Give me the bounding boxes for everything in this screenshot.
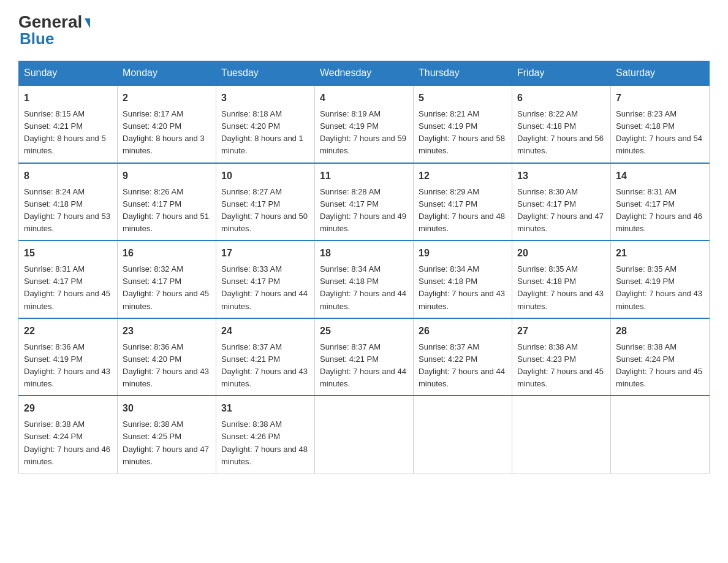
calendar-cell: 12Sunrise: 8:29 AMSunset: 4:17 PMDayligh…	[414, 163, 512, 241]
day-number: 1	[24, 91, 112, 105]
day-number: 7	[616, 91, 704, 105]
calendar-cell	[611, 396, 710, 473]
day-number: 14	[616, 169, 704, 183]
logo-blue: Blue	[20, 29, 54, 48]
calendar-cell: 27Sunrise: 8:38 AMSunset: 4:23 PMDayligh…	[512, 318, 611, 396]
calendar-cell: 23Sunrise: 8:36 AMSunset: 4:20 PMDayligh…	[118, 318, 216, 396]
day-info: Sunrise: 8:38 AMSunset: 4:25 PMDaylight:…	[123, 418, 211, 468]
calendar-cell: 7Sunrise: 8:23 AMSunset: 4:18 PMDaylight…	[611, 85, 710, 163]
day-number: 2	[123, 91, 211, 105]
day-info: Sunrise: 8:27 AMSunset: 4:17 PMDaylight:…	[221, 186, 309, 236]
day-info: Sunrise: 8:26 AMSunset: 4:17 PMDaylight:…	[123, 186, 211, 236]
day-info: Sunrise: 8:22 AMSunset: 4:18 PMDaylight:…	[517, 108, 605, 158]
day-number: 4	[320, 91, 408, 105]
day-number: 24	[221, 324, 309, 339]
calendar-cell: 6Sunrise: 8:22 AMSunset: 4:18 PMDaylight…	[512, 85, 611, 163]
day-number: 12	[419, 169, 507, 183]
day-number: 23	[123, 324, 211, 339]
day-number: 27	[517, 324, 605, 339]
header-sunday: Sunday	[19, 61, 118, 86]
day-number: 22	[24, 324, 112, 339]
day-info: Sunrise: 8:28 AMSunset: 4:17 PMDaylight:…	[320, 186, 408, 236]
header-monday: Monday	[118, 61, 216, 86]
day-info: Sunrise: 8:34 AMSunset: 4:18 PMDaylight:…	[419, 263, 507, 313]
calendar-cell: 29Sunrise: 8:38 AMSunset: 4:24 PMDayligh…	[19, 396, 118, 473]
day-info: Sunrise: 8:23 AMSunset: 4:18 PMDaylight:…	[616, 108, 704, 158]
calendar-week-row: 29Sunrise: 8:38 AMSunset: 4:24 PMDayligh…	[19, 396, 710, 473]
day-number: 5	[419, 91, 507, 105]
day-info: Sunrise: 8:30 AMSunset: 4:17 PMDaylight:…	[517, 186, 605, 236]
day-info: Sunrise: 8:38 AMSunset: 4:24 PMDaylight:…	[616, 341, 704, 391]
day-info: Sunrise: 8:36 AMSunset: 4:20 PMDaylight:…	[123, 341, 211, 391]
day-number: 25	[320, 324, 408, 339]
day-info: Sunrise: 8:38 AMSunset: 4:24 PMDaylight:…	[24, 418, 112, 468]
day-info: Sunrise: 8:38 AMSunset: 4:23 PMDaylight:…	[517, 341, 605, 391]
calendar-cell: 14Sunrise: 8:31 AMSunset: 4:17 PMDayligh…	[611, 163, 710, 241]
logo: General Blue	[18, 12, 90, 48]
day-number: 17	[221, 246, 309, 261]
day-number: 13	[517, 169, 605, 183]
day-number: 16	[123, 246, 211, 261]
calendar-cell: 8Sunrise: 8:24 AMSunset: 4:18 PMDaylight…	[19, 163, 118, 241]
calendar-cell	[315, 396, 414, 473]
day-info: Sunrise: 8:35 AMSunset: 4:19 PMDaylight:…	[616, 263, 704, 313]
calendar-cell: 21Sunrise: 8:35 AMSunset: 4:19 PMDayligh…	[611, 240, 710, 318]
day-info: Sunrise: 8:32 AMSunset: 4:17 PMDaylight:…	[123, 263, 211, 313]
calendar-cell: 1Sunrise: 8:15 AMSunset: 4:21 PMDaylight…	[19, 85, 118, 163]
day-info: Sunrise: 8:21 AMSunset: 4:19 PMDaylight:…	[419, 108, 507, 158]
day-info: Sunrise: 8:33 AMSunset: 4:17 PMDaylight:…	[221, 263, 309, 313]
logo-arrow-icon	[85, 18, 90, 28]
calendar-week-row: 15Sunrise: 8:31 AMSunset: 4:17 PMDayligh…	[19, 240, 710, 318]
calendar-cell: 28Sunrise: 8:38 AMSunset: 4:24 PMDayligh…	[611, 318, 710, 396]
day-info: Sunrise: 8:36 AMSunset: 4:19 PMDaylight:…	[24, 341, 112, 391]
day-number: 10	[221, 169, 309, 183]
calendar-week-row: 1Sunrise: 8:15 AMSunset: 4:21 PMDaylight…	[19, 85, 710, 163]
day-number: 18	[320, 246, 408, 261]
day-number: 26	[419, 324, 507, 339]
day-number: 28	[616, 324, 704, 339]
calendar-cell: 31Sunrise: 8:38 AMSunset: 4:26 PMDayligh…	[216, 396, 315, 473]
day-info: Sunrise: 8:31 AMSunset: 4:17 PMDaylight:…	[24, 263, 112, 313]
day-number: 8	[24, 169, 112, 183]
day-number: 21	[616, 246, 704, 261]
day-number: 31	[221, 401, 309, 416]
header-thursday: Thursday	[414, 61, 512, 86]
header-tuesday: Tuesday	[216, 61, 315, 86]
calendar-cell: 13Sunrise: 8:30 AMSunset: 4:17 PMDayligh…	[512, 163, 611, 241]
day-info: Sunrise: 8:19 AMSunset: 4:19 PMDaylight:…	[320, 108, 408, 158]
calendar-cell: 2Sunrise: 8:17 AMSunset: 4:20 PMDaylight…	[118, 85, 216, 163]
day-number: 11	[320, 169, 408, 183]
day-info: Sunrise: 8:37 AMSunset: 4:21 PMDaylight:…	[221, 341, 309, 391]
calendar-cell	[512, 396, 611, 473]
day-info: Sunrise: 8:15 AMSunset: 4:21 PMDaylight:…	[24, 108, 112, 158]
calendar-cell: 25Sunrise: 8:37 AMSunset: 4:21 PMDayligh…	[315, 318, 414, 396]
calendar-week-row: 8Sunrise: 8:24 AMSunset: 4:18 PMDaylight…	[19, 163, 710, 241]
calendar-cell: 5Sunrise: 8:21 AMSunset: 4:19 PMDaylight…	[414, 85, 512, 163]
calendar-cell: 30Sunrise: 8:38 AMSunset: 4:25 PMDayligh…	[118, 396, 216, 473]
calendar-cell: 26Sunrise: 8:37 AMSunset: 4:22 PMDayligh…	[414, 318, 512, 396]
calendar-cell: 19Sunrise: 8:34 AMSunset: 4:18 PMDayligh…	[414, 240, 512, 318]
calendar-cell: 4Sunrise: 8:19 AMSunset: 4:19 PMDaylight…	[315, 85, 414, 163]
calendar-cell	[414, 396, 512, 473]
calendar-cell: 22Sunrise: 8:36 AMSunset: 4:19 PMDayligh…	[19, 318, 118, 396]
page-header: General Blue	[18, 12, 710, 48]
day-number: 9	[123, 169, 211, 183]
day-info: Sunrise: 8:37 AMSunset: 4:21 PMDaylight:…	[320, 341, 408, 391]
calendar-cell: 20Sunrise: 8:35 AMSunset: 4:18 PMDayligh…	[512, 240, 611, 318]
day-info: Sunrise: 8:17 AMSunset: 4:20 PMDaylight:…	[123, 108, 211, 158]
calendar-cell: 3Sunrise: 8:18 AMSunset: 4:20 PMDaylight…	[216, 85, 315, 163]
day-info: Sunrise: 8:35 AMSunset: 4:18 PMDaylight:…	[517, 263, 605, 313]
day-number: 20	[517, 246, 605, 261]
day-info: Sunrise: 8:24 AMSunset: 4:18 PMDaylight:…	[24, 186, 112, 236]
day-number: 30	[123, 401, 211, 416]
calendar-table: SundayMondayTuesdayWednesdayThursdayFrid…	[18, 61, 710, 473]
day-number: 15	[24, 246, 112, 261]
calendar-week-row: 22Sunrise: 8:36 AMSunset: 4:19 PMDayligh…	[19, 318, 710, 396]
day-info: Sunrise: 8:37 AMSunset: 4:22 PMDaylight:…	[419, 341, 507, 391]
day-info: Sunrise: 8:34 AMSunset: 4:18 PMDaylight:…	[320, 263, 408, 313]
day-info: Sunrise: 8:29 AMSunset: 4:17 PMDaylight:…	[419, 186, 507, 236]
calendar-cell: 10Sunrise: 8:27 AMSunset: 4:17 PMDayligh…	[216, 163, 315, 241]
day-number: 19	[419, 246, 507, 261]
calendar-cell: 24Sunrise: 8:37 AMSunset: 4:21 PMDayligh…	[216, 318, 315, 396]
day-info: Sunrise: 8:38 AMSunset: 4:26 PMDaylight:…	[221, 418, 309, 468]
